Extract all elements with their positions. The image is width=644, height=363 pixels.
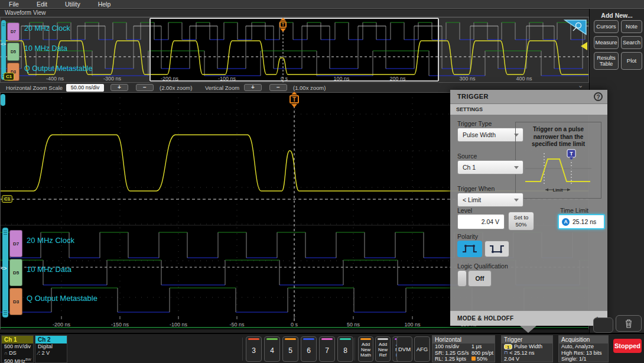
add-new-button-line: Ref (376, 352, 390, 358)
main-trigger-flag[interactable]: T (290, 95, 299, 103)
logic-qualification-toggle[interactable] (457, 270, 467, 287)
digital-channel-chip-d5[interactable]: D5 (9, 259, 22, 286)
ov-data-edges (21, 26, 583, 69)
ch1-badge[interactable]: Ch 1500 mV/div∩ DS500 MHzBW (1, 335, 34, 363)
add-new-header: Add New... (590, 12, 644, 19)
trigger-when-dropdown[interactable]: < Limit (457, 193, 523, 207)
zoom-tool-button[interactable] (593, 317, 613, 333)
channel-color-stripe (266, 338, 278, 340)
menu-item-utility[interactable]: Utility (56, 1, 89, 8)
chip-id-label: D5 (11, 50, 16, 54)
horizontal-cell: 100 ns/div (435, 343, 471, 350)
add-new-color-stripe (360, 338, 371, 340)
time-limit-input[interactable]: A 25.12 ns (558, 214, 605, 229)
acquisition-row: Single: 1/1 (559, 356, 608, 362)
overview-axis-label: 200 ns (389, 76, 405, 82)
overview-trigger-flag[interactable]: T (279, 21, 287, 28)
channel-button-7[interactable]: 7 (319, 336, 335, 362)
overview-axis-label: -300 ns (103, 76, 121, 82)
add-new-note-button[interactable]: Note (621, 20, 642, 33)
delete-trash-button[interactable] (616, 315, 642, 332)
axis-tick (294, 316, 295, 319)
bandwidth-limit-icon: BW (25, 358, 31, 361)
channel-button-label: 4 (270, 346, 274, 355)
menu-item-help[interactable]: Help (89, 1, 120, 8)
polarity-positive-button[interactable] (457, 241, 482, 257)
acquisition-badge[interactable]: AcquisitionAuto, AnalyzeHigh Res: 13 bit… (558, 335, 609, 362)
overview-channel-chip-d5[interactable]: D5 (7, 43, 19, 61)
add-new-math-button[interactable]: AddNewMath (358, 336, 373, 362)
ov-clock-edges (2, 22, 585, 40)
main-ch1-group-handle[interactable] (1, 94, 5, 106)
main-axis-label: -150 ns (111, 322, 129, 328)
overview-channel-group-handle[interactable] (1, 20, 6, 80)
divider (354, 338, 355, 361)
vertical-zoom-minus-button[interactable]: − (269, 84, 287, 91)
waveform-overview[interactable]: T-400 ns-300 ns-200 ns-100 ns0 s100 ns20… (0, 17, 589, 83)
overview-ch1-handle[interactable]: C1 (4, 73, 14, 80)
chevron-down-icon (514, 199, 519, 202)
add-new-ref-button[interactable]: AddNewRef (375, 336, 391, 362)
overview-axis-label: 300 ns (459, 76, 475, 82)
channel-button-8[interactable]: 8 (337, 336, 353, 362)
stopped-button[interactable]: Stopped (613, 339, 642, 353)
add-new-results-table-button[interactable]: Results Table (594, 52, 619, 70)
channel-button-3[interactable]: 3 (246, 336, 262, 362)
overview-axis-label: 100 ns (333, 76, 349, 82)
channel-color-stripe (285, 338, 296, 340)
trigger-badge[interactable]: Trigger1Pulse Width⊓< 25.12 ns2.04 V (501, 335, 553, 362)
horizontal-cell: 800 ps/pt (471, 350, 493, 356)
digital-channel-chip-d7[interactable]: D7 (9, 230, 22, 257)
trigger-type-label: Trigger Type (457, 120, 492, 127)
digital-channel-group-handle[interactable] (2, 228, 8, 317)
ch1-badge-title: Ch 1 (2, 336, 33, 343)
set-to-50-button[interactable]: Set to 50% (508, 212, 534, 231)
digital-channel-chip-d3[interactable]: D3 (9, 288, 22, 315)
horizontal-zoom-minus-button[interactable]: − (136, 84, 154, 91)
logic-qualification-off-button[interactable]: Off (468, 270, 492, 287)
add-new-measure-button[interactable]: Measure (594, 36, 619, 49)
collapse-chevron-icon[interactable]: ⌄ (578, 82, 583, 89)
set-to-label-line2: 50% (509, 221, 534, 228)
ch2-badge[interactable]: Ch 2Digital∕: 2 V (35, 335, 67, 363)
vertical-zoom-plus-button[interactable]: + (244, 84, 262, 91)
menu-item-file[interactable]: File (0, 1, 28, 8)
dvm-button[interactable]: DVM (396, 336, 412, 362)
waveform-view-tab[interactable]: Waveform View (0, 9, 589, 17)
trigger-row: ⊓< 25.12 ns (502, 350, 552, 356)
horizontal-badge[interactable]: Horizontal100 ns/div1 µsSR: 1.25 GS/s800… (432, 335, 495, 362)
help-icon[interactable]: ? (594, 92, 603, 101)
add-new-plot-button[interactable]: Plot (621, 52, 642, 70)
pulse-width-diagram: TLimit (517, 148, 600, 203)
mode-holdoff-bar[interactable]: MODE & HOLDOFF › (450, 310, 607, 326)
draw-zoom-box-icon[interactable] (564, 19, 587, 35)
add-new-button-line: Math (359, 352, 373, 358)
overview-channel-label-d3: Q Output Metastable (24, 64, 92, 73)
level-label: Level (457, 207, 472, 214)
horizontal-cell: 50% (477, 356, 487, 362)
axis-tick (61, 316, 62, 319)
source-dropdown[interactable]: Ch 1 (457, 160, 523, 174)
trigger-badge-title: Trigger (502, 336, 552, 343)
add-new-button-line: Add (376, 342, 390, 347)
handle-grip (2, 24, 5, 24)
ch2-mode: Digital (35, 343, 67, 350)
add-new-search-button[interactable]: Search (621, 36, 642, 49)
level-input[interactable]: 2.04 V (457, 214, 505, 229)
add-new-cursors-button[interactable]: Cursors (594, 20, 619, 33)
channel-button-5[interactable]: 5 (282, 336, 298, 362)
horizontal-zoom-plus-button[interactable]: + (110, 84, 128, 91)
overview-channel-chip-d7[interactable]: D7 (7, 22, 19, 41)
trigger-level-value: 2.04 V (504, 356, 519, 362)
channel-button-6[interactable]: 6 (301, 336, 317, 362)
trigger-description-text: Trigger on a pulse narrower than the spe… (516, 122, 601, 148)
acquisition-badge-title: Acquisition (559, 336, 608, 343)
horizontal-zoom-scale-input[interactable]: 50.00 ns/div (66, 84, 104, 92)
trigger-type-dropdown[interactable]: Pulse Width (457, 128, 523, 142)
diagram-trigger-flag: T (567, 150, 575, 160)
menu-item-edit[interactable]: Edit (28, 1, 56, 8)
main-ch1-handle[interactable]: C1 (2, 195, 12, 203)
channel-button-4[interactable]: 4 (264, 336, 280, 362)
polarity-negative-button[interactable] (484, 241, 509, 257)
afg-button[interactable]: AFG (414, 336, 430, 362)
